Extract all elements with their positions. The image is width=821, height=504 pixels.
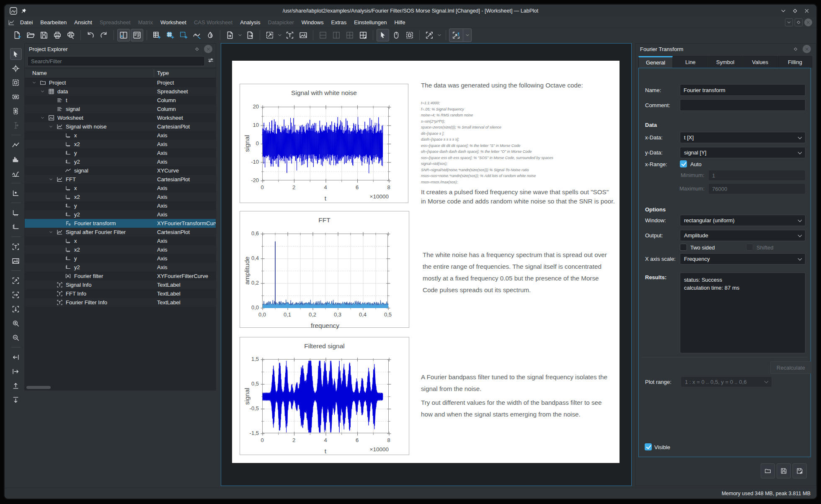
layout-edit-button[interactable] xyxy=(357,29,369,41)
scale-auto-y-button[interactable] xyxy=(10,303,22,315)
name-field[interactable] xyxy=(680,84,806,96)
minimize-button[interactable] xyxy=(780,7,787,15)
tree-row-signal-info[interactable]: Signal InfoTextLabel xyxy=(25,280,216,289)
tree-row-y2[interactable]: y2Axis xyxy=(25,263,216,272)
tab-filling[interactable]: Filling xyxy=(778,56,812,68)
properties-header[interactable]: Fourier Transform xyxy=(636,44,816,54)
document-print-button[interactable] xyxy=(51,29,64,41)
tree-column-headers[interactable]: Name Type xyxy=(25,68,216,78)
column-divider[interactable] xyxy=(154,69,154,77)
menu-matrix[interactable]: Matrix xyxy=(134,17,157,28)
plot-range-select[interactable]: 1 : x = 0 .. 0,5, y = 0 .. 0,6 xyxy=(681,376,772,387)
octave-heading-label[interactable]: The data was generated using the followi… xyxy=(421,82,622,89)
zoom-select-mode-button[interactable] xyxy=(403,29,416,41)
new-spreadsheet-button[interactable] xyxy=(150,29,163,41)
menu-datapicker[interactable]: Datapicker xyxy=(264,17,298,28)
tree-row-fourier-transform[interactable]: Fourier transformXYFourierTransformCurve xyxy=(25,219,216,228)
toggle-properties-explorer-button[interactable] xyxy=(131,29,143,41)
fourier-filter-hint-label[interactable]: Try out different values for the width o… xyxy=(421,397,626,420)
tree-row-x[interactable]: xAxis xyxy=(25,184,216,193)
expander-chevron-icon[interactable] xyxy=(32,80,37,85)
shifted-checkbox[interactable] xyxy=(746,244,753,251)
project-explorer-header[interactable]: Project Explorer xyxy=(25,44,216,54)
navigate-mode-button[interactable] xyxy=(390,29,403,41)
tree-row-worksheet[interactable]: WorksheetWorksheet xyxy=(25,113,216,122)
shift-left-x-button[interactable] xyxy=(10,351,22,363)
add-xy-curve-button[interactable] xyxy=(10,139,22,151)
horizontal-scrollbar[interactable] xyxy=(25,386,216,389)
tree-row-data[interactable]: dataSpreadsheet xyxy=(25,87,216,96)
dock-float-icon[interactable] xyxy=(792,45,799,53)
tree-row-x2[interactable]: x2Axis xyxy=(25,245,216,254)
layout-horizontal-button[interactable] xyxy=(330,29,343,41)
tree-row-y2[interactable]: y2Axis xyxy=(25,157,216,166)
tree-row-x[interactable]: xAxis xyxy=(25,237,216,245)
search-input[interactable] xyxy=(27,56,205,66)
recalculate-button[interactable]: Recalculate xyxy=(770,361,811,374)
new-workbook-button[interactable] xyxy=(177,29,190,41)
zoom-original-button[interactable] xyxy=(450,29,462,41)
zoom-original-dropdown-button[interactable] xyxy=(463,29,471,41)
add-fit-curve-button[interactable] xyxy=(10,167,22,179)
zoom-y-select-mode-button[interactable] xyxy=(10,105,22,117)
expander-chevron-icon[interactable] xyxy=(49,230,54,235)
auto-checkbox[interactable] xyxy=(680,160,687,167)
expander-chevron-icon[interactable] xyxy=(49,124,54,129)
add-custom-point-button[interactable] xyxy=(10,187,22,199)
tab-values[interactable]: Values xyxy=(743,56,777,68)
menu-analysis[interactable]: Analysis xyxy=(236,17,264,28)
octave-code-label[interactable]: t=1:1:4000;f=.05; % Signal frequencynois… xyxy=(421,100,622,185)
zoom-fit-button[interactable] xyxy=(423,29,436,41)
expander-chevron-icon[interactable] xyxy=(40,89,45,94)
add-text-label-button[interactable] xyxy=(10,241,22,252)
subwindow-restore-button[interactable] xyxy=(795,18,803,26)
export-data-button[interactable] xyxy=(244,29,256,41)
layout-vertical-button[interactable] xyxy=(317,29,329,41)
menu-spreadsheet[interactable]: Spreadsheet xyxy=(96,17,134,28)
tree-row-x[interactable]: xAxis xyxy=(25,131,216,140)
load-config-button[interactable] xyxy=(761,463,775,478)
fft-info-label[interactable]: The white noise has a frequency spectrum… xyxy=(423,249,628,296)
zoom-in-button[interactable] xyxy=(10,317,22,329)
menu-windows[interactable]: Windows xyxy=(298,17,328,28)
layout-grid-button[interactable] xyxy=(343,29,356,41)
add-text-label-button[interactable] xyxy=(284,29,296,41)
filter-settings-icon[interactable] xyxy=(207,57,214,64)
menu-extras[interactable]: Extras xyxy=(327,17,350,28)
fourier-filter-info-label[interactable]: A Fourier bandpass filter tuned to the s… xyxy=(421,371,626,395)
window-select[interactable]: rectangular (uniform) xyxy=(680,215,806,226)
menu-worksheet[interactable]: Worksheet xyxy=(157,17,190,28)
visible-checkbox[interactable] xyxy=(645,443,652,450)
tree-row-y[interactable]: yAxis xyxy=(25,254,216,263)
add-image-button[interactable] xyxy=(10,255,22,267)
worksheet-page[interactable]: The data was generated using the followi… xyxy=(232,61,620,463)
import-data-button[interactable] xyxy=(224,29,236,41)
scale-auto-button[interactable] xyxy=(10,275,22,286)
subwindow-minimize-button[interactable] xyxy=(785,18,793,26)
shift-right-x-button[interactable] xyxy=(10,365,22,377)
edit-redo-button[interactable] xyxy=(98,29,110,41)
tree-row-y[interactable]: yAxis xyxy=(25,149,216,157)
document-save-button[interactable] xyxy=(38,29,50,41)
scrollbar-slider[interactable] xyxy=(26,386,51,389)
add-horizontal-axis-button[interactable] xyxy=(10,207,22,219)
tree-row-fft-info[interactable]: FFT InfoTextLabel xyxy=(25,289,216,298)
document-new-button[interactable] xyxy=(11,29,23,41)
worksheet-view[interactable]: The data was generated using the followi… xyxy=(221,43,632,486)
color-manager-button[interactable] xyxy=(204,29,217,41)
tree-row-signal[interactable]: signalColumn xyxy=(25,105,216,113)
y-data-select[interactable]: signal [Y] xyxy=(680,147,806,158)
tree-row-signal-with-noise[interactable]: Signal with noiseCartesianPlot xyxy=(25,122,216,131)
expander-chevron-icon[interactable] xyxy=(49,177,54,182)
maximize-button[interactable] xyxy=(791,7,799,15)
two-sided-checkbox[interactable] xyxy=(680,244,687,251)
close-button[interactable] xyxy=(803,7,811,15)
menu-cas-worksheet[interactable]: CAS Worksheet xyxy=(190,17,236,28)
subwindow-close-button[interactable] xyxy=(804,18,812,26)
menu-bearbeiten[interactable]: Bearbeiten xyxy=(36,17,70,28)
save-config-button[interactable] xyxy=(777,463,791,478)
add-histogram-button[interactable] xyxy=(10,153,22,165)
dock-float-icon[interactable] xyxy=(193,45,201,53)
tree-row-signal[interactable]: signalXYCurve xyxy=(25,166,216,175)
new-matrix-button[interactable] xyxy=(164,29,176,41)
